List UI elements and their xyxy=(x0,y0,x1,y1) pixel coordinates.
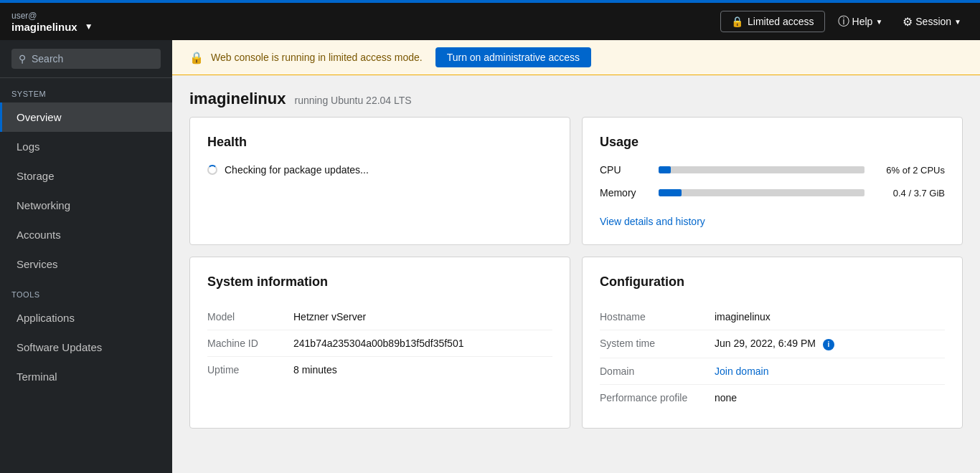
sidebar-item-storage[interactable]: Storage xyxy=(0,161,172,191)
hostname-value: imaginelinux xyxy=(715,304,945,330)
limited-access-label: Limited access xyxy=(748,16,814,27)
help-chevron-icon: ▼ xyxy=(875,18,882,26)
cpu-bar-wrap xyxy=(659,166,864,173)
cpu-value: 6% of 2 CPUs xyxy=(873,165,945,176)
machine-id-label: Machine ID xyxy=(207,330,293,357)
sidebar-item-overview[interactable]: Overview xyxy=(0,102,172,132)
system-time-info-icon[interactable]: i xyxy=(823,339,834,350)
admin-access-button[interactable]: Turn on administrative access xyxy=(435,47,591,67)
uptime-label: Uptime xyxy=(207,357,293,383)
help-circle-icon: ⓘ xyxy=(838,14,849,29)
page-header: imaginelinux running Ubuntu 22.04 LTS xyxy=(172,75,980,117)
domain-value: Join domain xyxy=(715,358,945,384)
help-label: Help xyxy=(852,16,873,27)
user-label: user@ xyxy=(11,11,93,21)
gear-icon: ⚙ xyxy=(903,15,913,29)
table-row: System time Jun 29, 2022, 6:49 PM i xyxy=(600,330,945,358)
brand-chevron-icon: ▼ xyxy=(85,22,93,32)
view-details-link[interactable]: View details and history xyxy=(600,216,705,227)
usage-card: Usage CPU 6% of 2 CPUs Memory 0.4 / 3.7 … xyxy=(582,117,963,245)
page-subtitle: running Ubuntu 22.04 LTS xyxy=(294,95,411,106)
memory-bar-fill xyxy=(659,189,682,196)
table-row: Uptime 8 minutes xyxy=(207,357,552,383)
hostname-label: Hostname xyxy=(600,304,715,330)
system-info-table: Model Hetzner vServer Machine ID 241b74a… xyxy=(207,304,552,383)
lock-icon: 🔒 xyxy=(731,16,743,27)
memory-usage-row: Memory 0.4 / 3.7 GiB xyxy=(600,187,945,199)
sidebar-section-system: System xyxy=(0,78,172,102)
table-row: Performance profile none xyxy=(600,384,945,411)
search-icon: ⚲ xyxy=(19,53,26,64)
cpu-label: CPU xyxy=(600,164,650,176)
sidebar-item-logs[interactable]: Logs xyxy=(0,132,172,161)
layout: ⚲ System Overview Logs Storage Networkin… xyxy=(0,40,980,473)
loading-spinner xyxy=(207,165,217,175)
usage-title: Usage xyxy=(600,135,945,150)
sidebar-section-tools: Tools xyxy=(0,279,172,303)
domain-label: Domain xyxy=(600,358,715,384)
help-button[interactable]: ⓘ Help ▼ xyxy=(831,10,890,34)
system-time-value: Jun 29, 2022, 6:49 PM i xyxy=(715,330,945,358)
health-title: Health xyxy=(207,135,552,150)
health-checking: Checking for package updates... xyxy=(207,164,552,176)
table-row: Machine ID 241b74a235304a00b89b13f5df35f… xyxy=(207,330,552,357)
uptime-value: 8 minutes xyxy=(293,357,552,383)
warning-lock-icon: 🔒 xyxy=(189,51,204,64)
memory-value: 0.4 / 3.7 GiB xyxy=(873,188,945,199)
system-info-card: System information Model Hetzner vServer… xyxy=(189,257,570,429)
session-chevron-icon: ▼ xyxy=(954,18,961,26)
sidebar-item-software-updates[interactable]: Software Updates xyxy=(0,333,172,362)
machine-id-value: 241b74a235304a00b89b13f5df35f501 xyxy=(293,330,552,357)
page-title: imaginelinux xyxy=(189,90,286,108)
warning-text: Web console is running in limited access… xyxy=(211,52,423,63)
table-row: Domain Join domain xyxy=(600,358,945,384)
brand-hostname: imaginelinux xyxy=(11,21,77,33)
sidebar-item-networking[interactable]: Networking xyxy=(0,191,172,220)
session-label: Session xyxy=(915,16,951,27)
sidebar-item-terminal[interactable]: Terminal xyxy=(0,362,172,391)
join-domain-link[interactable]: Join domain xyxy=(715,366,769,377)
model-label: Model xyxy=(207,304,293,330)
warning-banner: 🔒 Web console is running in limited acce… xyxy=(172,40,980,75)
search-input-wrapper[interactable]: ⚲ xyxy=(11,49,161,69)
brand-dropdown[interactable]: user@ imaginelinux ▼ xyxy=(11,11,93,33)
memory-label: Memory xyxy=(600,187,650,199)
performance-profile-value: none xyxy=(715,384,945,411)
performance-profile-label: Performance profile xyxy=(600,384,715,411)
sidebar-item-services[interactable]: Services xyxy=(0,249,172,279)
configuration-card: Configuration Hostname imaginelinux Syst… xyxy=(582,257,963,429)
search-input[interactable] xyxy=(32,53,154,64)
main-content: 🔒 Web console is running in limited acce… xyxy=(172,40,980,473)
table-row: Hostname imaginelinux xyxy=(600,304,945,330)
model-value: Hetzner vServer xyxy=(293,304,552,330)
topbar-actions: 🔒 Limited access ⓘ Help ▼ ⚙ Session ▼ xyxy=(720,10,969,34)
topbar: user@ imaginelinux ▼ 🔒 Limited access ⓘ … xyxy=(0,0,980,40)
sidebar: ⚲ System Overview Logs Storage Networkin… xyxy=(0,40,172,473)
health-card: Health Checking for package updates... xyxy=(189,117,570,245)
cards-grid: Health Checking for package updates... U… xyxy=(172,117,980,440)
health-checking-text: Checking for package updates... xyxy=(225,164,369,176)
sidebar-item-applications[interactable]: Applications xyxy=(0,303,172,333)
cpu-usage-row: CPU 6% of 2 CPUs xyxy=(600,164,945,176)
system-info-title: System information xyxy=(207,274,552,290)
cpu-bar-fill xyxy=(659,166,671,173)
memory-bar-wrap xyxy=(659,189,864,196)
sidebar-search-container: ⚲ xyxy=(0,40,172,78)
session-button[interactable]: ⚙ Session ▼ xyxy=(895,11,969,33)
sidebar-item-accounts[interactable]: Accounts xyxy=(0,220,172,249)
config-table: Hostname imaginelinux System time Jun 29… xyxy=(600,304,945,411)
table-row: Model Hetzner vServer xyxy=(207,304,552,330)
system-time-label: System time xyxy=(600,330,715,358)
configuration-title: Configuration xyxy=(600,274,945,290)
limited-access-button[interactable]: 🔒 Limited access xyxy=(720,11,825,32)
